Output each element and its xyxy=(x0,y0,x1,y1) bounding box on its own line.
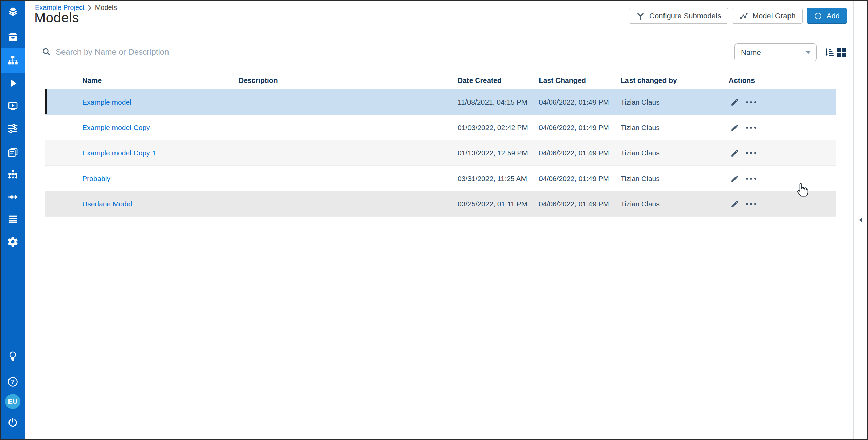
app-window: ? EU Example Project Models Models xyxy=(0,0,868,440)
sidebar-item-archive[interactable] xyxy=(1,31,25,43)
date-created-cell: 11/08/2021, 04:15 PM xyxy=(458,89,527,115)
help-icon: ? xyxy=(7,376,18,387)
model-name-link[interactable]: Example model Copy 1 xyxy=(82,140,156,166)
last-changed-by-cell: Tizian Claus xyxy=(621,89,660,115)
model-graph-icon xyxy=(739,12,748,21)
sidebar-item-data-grid[interactable] xyxy=(1,214,25,225)
models-table: Name Description Date Created Last Chang… xyxy=(45,71,836,217)
org-chart-icon-wrap xyxy=(1,55,25,67)
ellipsis-icon xyxy=(745,176,757,181)
app-logo[interactable] xyxy=(1,6,25,17)
search-input[interactable] xyxy=(56,47,726,57)
sidebar-item-logout[interactable] xyxy=(1,417,25,428)
model-name-link[interactable]: Example model xyxy=(82,89,131,115)
more-options-button[interactable] xyxy=(745,89,757,115)
configure-submodels-label: Configure Submodels xyxy=(649,12,721,20)
column-header-last-changed-by: Last changed by xyxy=(621,71,677,89)
sidebar-item-settings[interactable] xyxy=(1,236,25,248)
sidebar-item-screens[interactable] xyxy=(1,100,25,112)
archive-icon xyxy=(7,31,19,43)
chevron-right-icon xyxy=(88,5,92,11)
svg-text:?: ? xyxy=(11,379,15,385)
edit-button[interactable] xyxy=(730,115,739,140)
more-options-button[interactable] xyxy=(745,166,757,191)
breadcrumb-current: Models xyxy=(95,4,117,12)
model-name-link[interactable]: Example model Copy xyxy=(82,115,150,140)
edit-button[interactable] xyxy=(730,89,739,115)
screen-play-icon xyxy=(7,100,19,112)
ellipsis-icon xyxy=(745,125,757,130)
table-row[interactable]: Example model 11/08/2021, 04:15 PM 04/06… xyxy=(45,89,836,115)
data-grid-icon xyxy=(7,214,19,225)
more-options-button[interactable] xyxy=(745,140,757,166)
sort-direction-button[interactable] xyxy=(824,47,834,59)
model-graph-button[interactable]: Model Graph xyxy=(732,8,803,24)
add-button[interactable]: Add xyxy=(807,8,847,24)
model-name-link[interactable]: Probably xyxy=(82,166,110,191)
gear-icon xyxy=(7,236,19,248)
sort-by-dropdown[interactable]: Name xyxy=(734,43,817,61)
search-bar xyxy=(42,41,726,62)
date-created-cell: 01/03/2022, 02:42 PM xyxy=(458,115,528,140)
edit-button[interactable] xyxy=(730,191,739,217)
last-changed-cell: 04/06/2022, 01:49 PM xyxy=(539,166,609,191)
last-changed-cell: 04/06/2022, 01:49 PM xyxy=(539,89,609,115)
search-icon xyxy=(42,47,51,56)
sidebar-item-adjustments[interactable] xyxy=(1,123,25,134)
collapse-left-arrow-icon xyxy=(858,217,863,223)
layers-logo-icon xyxy=(7,6,19,17)
ellipsis-icon xyxy=(745,100,757,105)
pencil-icon xyxy=(730,98,739,107)
sidebar-item-flows[interactable] xyxy=(1,191,25,203)
org-chart-icon xyxy=(7,55,19,67)
last-changed-by-cell: Tizian Claus xyxy=(621,115,660,140)
model-graph-label: Model Graph xyxy=(752,12,796,20)
lightbulb-icon xyxy=(7,350,18,363)
chevron-down-icon xyxy=(805,51,811,55)
edit-button[interactable] xyxy=(730,140,739,166)
column-header-name: Name xyxy=(82,71,102,89)
date-created-cell: 03/31/2022, 11:25 AM xyxy=(458,166,527,191)
sidebar-item-pages[interactable] xyxy=(1,147,25,158)
last-changed-cell: 04/06/2022, 01:49 PM xyxy=(539,115,609,140)
sliders-icon xyxy=(7,123,19,134)
flow-arrow-icon xyxy=(7,191,19,203)
last-changed-cell: 04/06/2022, 01:49 PM xyxy=(539,140,609,166)
edit-button[interactable] xyxy=(730,166,739,191)
pencil-icon xyxy=(730,200,739,208)
date-created-cell: 01/13/2022, 12:59 PM xyxy=(458,140,528,166)
pencil-icon xyxy=(730,123,739,132)
user-avatar[interactable]: EU xyxy=(5,394,20,409)
add-plus-icon xyxy=(814,12,822,20)
more-options-button[interactable] xyxy=(745,115,757,140)
grid-view-icon xyxy=(837,48,846,57)
sort-descending-icon xyxy=(824,47,834,57)
header-actions: Configure Submodels Model Graph Add xyxy=(629,8,847,24)
grid-view-button[interactable] xyxy=(837,48,846,58)
last-changed-by-cell: Tizian Claus xyxy=(621,191,660,217)
more-options-button[interactable] xyxy=(745,191,757,217)
ellipsis-icon xyxy=(745,151,757,155)
node-tree-icon xyxy=(7,169,19,180)
configure-submodels-button[interactable]: Configure Submodels xyxy=(629,8,728,24)
collapse-panel-button[interactable] xyxy=(858,217,863,224)
sidebar-item-play[interactable] xyxy=(1,77,25,89)
table-row[interactable]: Probably 03/31/2022, 11:25 AM 04/06/2022… xyxy=(45,166,836,191)
table-row[interactable]: Example model Copy 01/03/2022, 02:42 PM … xyxy=(45,115,836,140)
table-header-row: Name Description Date Created Last Chang… xyxy=(45,71,836,89)
sidebar-item-help[interactable]: ? xyxy=(1,376,25,387)
pencil-icon xyxy=(730,174,739,183)
sidebar: ? EU xyxy=(1,1,25,439)
sidebar-item-ideas[interactable] xyxy=(1,350,25,363)
column-header-actions: Actions xyxy=(729,71,755,89)
last-changed-by-cell: Tizian Claus xyxy=(621,140,660,166)
table-row[interactable]: Example model Copy 1 01/13/2022, 12:59 P… xyxy=(45,140,836,166)
model-name-link[interactable]: Userlane Model xyxy=(82,191,132,217)
sort-by-value: Name xyxy=(741,48,761,57)
table-row[interactable]: Userlane Model 03/25/2022, 01:11 PM 04/0… xyxy=(45,191,836,217)
last-changed-by-cell: Tizian Claus xyxy=(621,166,660,191)
sidebar-item-hierarchy[interactable] xyxy=(1,169,25,180)
ellipsis-icon xyxy=(745,202,757,206)
page-title: Models xyxy=(34,10,79,25)
sidebar-item-models-selected[interactable] xyxy=(1,48,25,73)
